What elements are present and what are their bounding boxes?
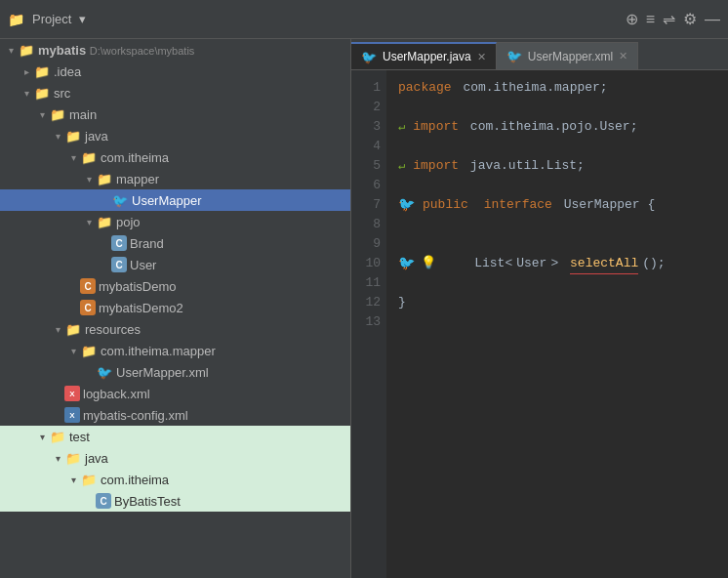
code-line-8 [398, 215, 716, 234]
line-num-4: 4 [357, 137, 381, 156]
line-num-10: 10 [357, 254, 381, 273]
arrow-com-itheima-mapper: ▾ [66, 346, 80, 356]
folder-icon-mapper: 📁 [96, 171, 113, 186]
code-line-5: ↵ import java.util.List; [398, 156, 716, 176]
tree-item-idea[interactable]: ▸ 📁 .idea [0, 61, 350, 82]
project-sidebar[interactable]: ▾ 📁 mybatis D:\workspace\mybatis ▸ 📁 .id… [0, 39, 351, 578]
tree-label-test: test [69, 430, 90, 444]
editor-area: 🐦 UserMapper.java ✕ 🐦 UserMapper.xml ✕ 1… [351, 39, 728, 578]
tree-label-com-itheima-mapper: com.itheima.mapper [101, 344, 216, 358]
tree-item-usermapper-xml[interactable]: 🐦 UserMapper.xml [0, 361, 350, 383]
tree-label-pojo: pojo [116, 215, 141, 229]
tree-item-bybatistest[interactable]: C ByBatisTest [0, 490, 350, 512]
hint-bulb-icon: 💡 [421, 254, 436, 273]
toolbar-settings-button[interactable]: ⚙ [683, 10, 697, 28]
toolbar-project-label[interactable]: Project [32, 12, 71, 26]
arrow-java: ▾ [51, 131, 64, 142]
tree-item-main[interactable]: ▾ 📁 main [0, 103, 350, 125]
toolbar-chevron[interactable]: ▾ [79, 12, 86, 26]
closing-brace: } [398, 293, 406, 312]
code-line-13 [398, 312, 716, 332]
arrow-mapper: ▾ [82, 174, 96, 185]
folder-icon-resources: 📁 [64, 321, 82, 337]
tree-item-mybatis[interactable]: ▾ 📁 mybatis D:\workspace\mybatis [0, 39, 350, 61]
method-parens: (); [642, 254, 665, 273]
tree-item-mybatisdemo[interactable]: C mybatisDemo [0, 275, 350, 297]
code-line-6 [398, 176, 716, 195]
class-icon-bybatistest: C [96, 493, 111, 509]
line-num-9: 9 [357, 234, 381, 254]
kw-import-2: import [413, 156, 459, 176]
tree-item-test-java[interactable]: ▾ 📁 java [0, 447, 350, 469]
code-line-10: 🐦 💡 List<User> selectAll(); [398, 254, 716, 273]
toolbar-list-button[interactable]: ≡ [646, 11, 655, 28]
arrow-com-itheima: ▾ [66, 152, 80, 163]
class-icon-brand: C [111, 235, 127, 251]
main-area: ▾ 📁 mybatis D:\workspace\mybatis ▸ 📁 .id… [0, 39, 728, 578]
folder-icon-com-itheima: 📁 [80, 149, 98, 165]
tree-item-src[interactable]: ▾ 📁 src [0, 82, 350, 103]
code-line-1: package com.itheima.mapper; [398, 78, 716, 98]
tree-item-com-itheima-mapper[interactable]: ▾ 📁 com.itheima.mapper [0, 340, 350, 361]
kw-package: package [398, 78, 452, 98]
tab-usermapper-xml[interactable]: 🐦 UserMapper.xml ✕ [497, 42, 638, 69]
kw-import-1: import [413, 117, 459, 137]
tree-item-mapper[interactable]: ▾ 📁 mapper [0, 168, 350, 189]
tab-icon-usermapper-java: 🐦 [361, 50, 377, 64]
line-num-8: 8 [357, 215, 381, 234]
tree-label-mybatis-config: mybatis-config.xml [83, 408, 188, 423]
tree-item-mybatisdemo2[interactable]: C mybatisDemo2 [0, 297, 350, 318]
toolbar: 📁 Project ▾ ⊕ ≡ ⇌ ⚙ — [0, 0, 728, 39]
folder-icon-test: 📁 [49, 429, 66, 444]
kw-public: public [423, 195, 468, 215]
line-num-3: 3 [357, 117, 381, 137]
arrow-main: ▾ [35, 109, 49, 120]
method-selectall: selectAll [570, 254, 638, 274]
toolbar-add-button[interactable]: ⊕ [626, 10, 638, 28]
code-line-11 [398, 273, 716, 293]
import-list: java.util.List; [463, 156, 585, 176]
tree-label-com-itheima: com.itheima [101, 150, 169, 165]
tabs-bar: 🐦 UserMapper.java ✕ 🐦 UserMapper.xml ✕ [351, 39, 728, 70]
mybatis-gutter-icon-7: 🐦 [398, 195, 415, 215]
tree-label-user: User [130, 258, 156, 272]
tree-item-resources[interactable]: ▾ 📁 resources [0, 318, 350, 340]
tree-label-test-com-itheima: com.itheima [101, 473, 169, 487]
tree-item-test[interactable]: ▾ 📁 test [0, 426, 350, 447]
file-icon-mybatis-config: X [64, 407, 80, 423]
tree-label-idea: .idea [54, 64, 81, 79]
interface-name: UserMapper { [556, 195, 655, 215]
tree-item-java[interactable]: ▾ 📁 java [0, 125, 350, 146]
folder-icon-src: 📁 [33, 85, 51, 101]
tree-label-java: java [85, 129, 108, 144]
tree-item-com-itheima[interactable]: ▾ 📁 com.itheima [0, 146, 350, 168]
tree-item-pojo[interactable]: ▾ 📁 pojo [0, 211, 350, 232]
arrow-mybatis: ▾ [4, 45, 18, 56]
arrow-test-com-itheima: ▾ [66, 475, 80, 485]
tree-item-test-com-itheima[interactable]: ▾ 📁 com.itheima [0, 469, 350, 490]
tab-usermapper-java[interactable]: 🐦 UserMapper.java ✕ [351, 42, 497, 69]
tree-item-brand[interactable]: C Brand [0, 232, 350, 254]
line-num-7: 7 [357, 195, 381, 215]
code-editor[interactable]: 1 2 3 4 5 6 7 8 9 10 11 12 13 package co… [351, 70, 728, 578]
line-num-6: 6 [357, 176, 381, 195]
tab-close-usermapper-xml[interactable]: ✕ [619, 50, 627, 62]
folder-icon-pojo: 📁 [96, 214, 113, 229]
tree-item-logback[interactable]: X logback.xml [0, 383, 350, 404]
arrow-test: ▾ [35, 432, 49, 442]
tree-label-main: main [69, 107, 97, 122]
tree-item-user[interactable]: C User [0, 254, 350, 275]
tab-close-usermapper-java[interactable]: ✕ [477, 51, 486, 63]
tree-label-usermapper: UserMapper [132, 193, 202, 208]
tree-label-mybatisdemo2: mybatisDemo2 [99, 301, 183, 315]
tree-item-usermapper[interactable]: 🐦 UserMapper [0, 189, 350, 211]
folder-icon-mybatis: 📁 [18, 42, 35, 58]
toolbar-sync-button[interactable]: ⇌ [663, 10, 675, 28]
folder-icon: 📁 [8, 12, 24, 27]
tree-item-mybatis-config[interactable]: X mybatis-config.xml [0, 404, 350, 426]
code-line-3: ↵ import com.itheima.pojo.User; [398, 117, 716, 137]
class-icon-mybatisdemo2: C [80, 300, 96, 315]
toolbar-collapse-button[interactable]: — [705, 11, 720, 28]
code-content[interactable]: package com.itheima.mapper; ↵ import com… [386, 70, 728, 578]
folder-icon-main: 📁 [49, 106, 66, 122]
